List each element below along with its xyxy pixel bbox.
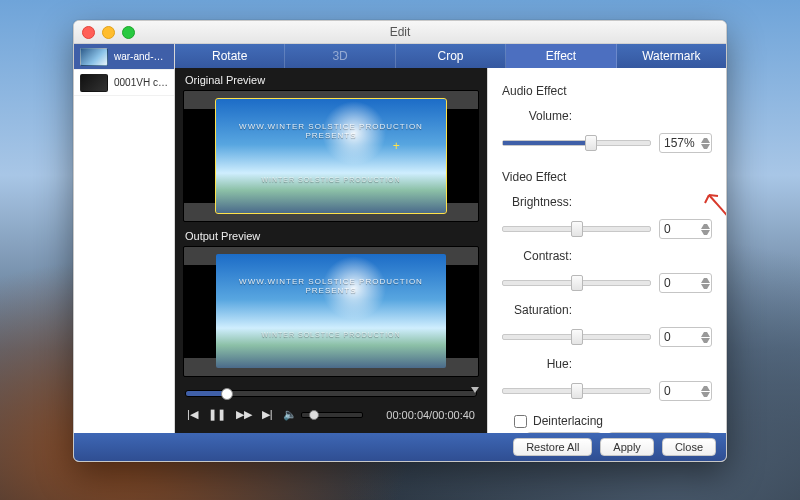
deinterlacing-checkbox[interactable]: Deinterlacing xyxy=(514,414,712,428)
crop-handle-icon: + xyxy=(393,139,400,153)
original-preview: WWW.WINTER SOLSTICE PRODUCTIONPRESENTS W… xyxy=(183,90,479,222)
hue-label: Hue: xyxy=(502,357,572,371)
time-display: 00:00:04/00:00:40 xyxy=(386,409,475,421)
volume-slider[interactable] xyxy=(502,138,651,148)
timeline-end-marker xyxy=(471,387,479,393)
sidebar-item-1[interactable]: 0001VH c… xyxy=(74,70,174,96)
hue-stepper[interactable] xyxy=(701,380,710,403)
volume-icon[interactable]: 🔈 xyxy=(283,408,297,421)
tab-crop[interactable]: Crop xyxy=(396,44,506,68)
saturation-label: Saturation: xyxy=(502,303,572,317)
saturation-slider[interactable] xyxy=(502,332,651,342)
output-preview: WWW.WINTER SOLSTICE PRODUCTIONPRESENTS W… xyxy=(183,246,479,378)
edit-window: Edit war-and-… 0001VH c… Rotate 3D Crop … xyxy=(73,20,727,462)
volume-knob[interactable] xyxy=(585,135,597,151)
tab-effect[interactable]: Effect xyxy=(506,44,616,68)
brightness-slider[interactable] xyxy=(502,224,651,234)
restore-all-button[interactable]: Restore All xyxy=(513,438,592,456)
volume-value[interactable]: 157% xyxy=(659,133,712,153)
tab-3d: 3D xyxy=(285,44,395,68)
audio-effect-title: Audio Effect xyxy=(502,84,712,98)
contrast-stepper[interactable] xyxy=(701,272,710,295)
pause-button[interactable]: ❚❚ xyxy=(208,408,226,421)
tab-watermark[interactable]: Watermark xyxy=(617,44,726,68)
preview-area: Original Preview WWW.WINTER SOLSTICE PRO… xyxy=(175,68,487,433)
clip-thumbnail xyxy=(80,74,108,92)
saturation-knob[interactable] xyxy=(571,329,583,345)
deinterlacing-label: Deinterlacing xyxy=(533,414,603,428)
window-title: Edit xyxy=(74,25,726,39)
contrast-knob[interactable] xyxy=(571,275,583,291)
preview-volume-slider[interactable] xyxy=(301,412,363,418)
hue-value[interactable]: 0 xyxy=(659,381,712,401)
next-frame-button[interactable]: ▶| xyxy=(262,408,273,421)
saturation-value[interactable]: 0 xyxy=(659,327,712,347)
output-preview-label: Output Preview xyxy=(185,230,477,242)
original-preview-label: Original Preview xyxy=(185,74,477,86)
sidebar-item-label: 0001VH c… xyxy=(114,77,168,88)
deinterlacing-input[interactable] xyxy=(514,415,527,428)
prev-frame-button[interactable]: |◀ xyxy=(187,408,198,421)
step-back-button[interactable]: ▶▶ xyxy=(236,408,252,421)
contrast-label: Contrast: xyxy=(502,249,572,263)
video-effect-title: Video Effect xyxy=(502,170,712,184)
effects-panel: Audio Effect Volume: 157% Video Effec xyxy=(487,68,726,433)
hue-knob[interactable] xyxy=(571,383,583,399)
volume-stepper[interactable] xyxy=(701,132,710,155)
close-button[interactable]: Close xyxy=(662,438,716,456)
sidebar-item-0[interactable]: war-and-… xyxy=(74,44,174,70)
brightness-knob[interactable] xyxy=(571,221,583,237)
volume-label: Volume: xyxy=(502,109,572,123)
tab-bar: Rotate 3D Crop Effect Watermark xyxy=(175,44,726,68)
contrast-value[interactable]: 0 xyxy=(659,273,712,293)
timeline-knob[interactable] xyxy=(221,388,233,400)
saturation-stepper[interactable] xyxy=(701,326,710,349)
footer-bar: Restore All Apply Close xyxy=(74,433,726,461)
tab-rotate[interactable]: Rotate xyxy=(175,44,285,68)
timeline-slider[interactable] xyxy=(185,385,477,402)
preview-volume-knob[interactable] xyxy=(309,410,319,420)
brightness-label: Brightness: xyxy=(502,195,572,209)
apply-button[interactable]: Apply xyxy=(600,438,654,456)
clip-sidebar: war-and-… 0001VH c… xyxy=(74,44,175,433)
hue-slider[interactable] xyxy=(502,386,651,396)
sidebar-item-label: war-and-… xyxy=(114,51,163,62)
clip-thumbnail xyxy=(80,48,108,66)
contrast-slider[interactable] xyxy=(502,278,651,288)
titlebar: Edit xyxy=(74,21,726,44)
